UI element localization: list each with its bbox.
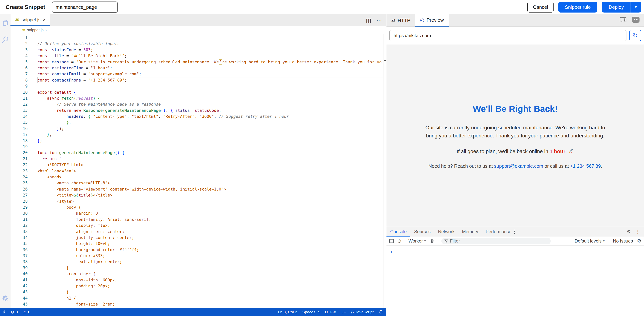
line-number[interactable]: 17 (10, 132, 38, 138)
warnings-indicator[interactable]: ⚠ 0 (23, 310, 30, 314)
code-line[interactable]: 20function generateMaintenancePage() { (10, 150, 386, 156)
snippet-rule-button[interactable]: Snippet rule (558, 2, 597, 13)
line-number[interactable]: 38 (10, 259, 38, 265)
line-number[interactable]: 27 (10, 192, 38, 198)
tab-http[interactable]: ⇄ HTTP (386, 15, 415, 26)
code-line[interactable]: 13 return new Response(generateMaintenan… (10, 108, 386, 114)
line-number[interactable]: 34 (10, 235, 38, 241)
split-editor-icon[interactable]: ◫ (366, 17, 371, 24)
line-number[interactable]: 25 (10, 180, 38, 186)
code-line[interactable]: 1 (10, 35, 386, 41)
code-line[interactable]: 6const estimatedTime = "1 hour"; (10, 65, 386, 71)
devtools-settings-gear-icon[interactable]: ⚙ (626, 229, 631, 235)
line-number[interactable]: 29 (10, 204, 38, 210)
line-number[interactable]: 1 (10, 35, 38, 41)
line-number[interactable]: 45 (10, 301, 38, 307)
line-number[interactable]: 11 (10, 95, 38, 101)
line-number[interactable]: 33 (10, 229, 38, 235)
eol-setting[interactable]: LF (341, 310, 346, 314)
line-number[interactable]: 2 (10, 41, 38, 47)
code-line[interactable]: 28 <style> (10, 198, 386, 204)
line-number[interactable]: 4 (10, 53, 38, 59)
line-number[interactable]: 31 (10, 216, 38, 222)
deploy-dropdown-button[interactable]: ▾ (630, 2, 641, 13)
code-line[interactable]: 21 return ` (10, 156, 386, 162)
code-line[interactable]: 9 (10, 83, 386, 89)
editor-scrollbar[interactable] (383, 34, 386, 308)
close-tab-icon[interactable]: × (43, 18, 46, 23)
context-selector[interactable]: Worker ▾ (408, 238, 426, 244)
line-number[interactable]: 22 (10, 162, 38, 168)
line-number[interactable]: 26 (10, 186, 38, 192)
line-number[interactable]: 39 (10, 265, 38, 271)
clear-console-icon[interactable]: ⊘ (397, 238, 402, 244)
code-line[interactable]: 24 <head> (10, 174, 386, 180)
code-line[interactable]: 5const message = "Our site is currently … (10, 59, 386, 65)
line-number[interactable]: 30 (10, 210, 38, 216)
code-line[interactable]: 29 body { (10, 204, 386, 210)
line-number[interactable]: 35 (10, 241, 38, 247)
code-line[interactable]: 19 (10, 144, 386, 150)
code-line[interactable]: 8const contactPhone = "+1 234 567 89"; (10, 77, 386, 83)
snippet-name-input[interactable] (52, 2, 118, 13)
code-line[interactable]: 27 <title>${title}</title> (10, 192, 386, 198)
code-line[interactable]: 30 margin: 0; (10, 210, 386, 216)
code-line[interactable]: 36 background-color: #f4f4f4; (10, 247, 386, 253)
line-number[interactable]: 8 (10, 77, 38, 83)
code-line[interactable]: 38 text-align: center; (10, 259, 386, 265)
line-number[interactable]: 23 (10, 168, 38, 174)
issues-counter[interactable]: No Issues (613, 238, 633, 244)
discord-icon[interactable] (632, 16, 640, 25)
code-line[interactable]: 23<html lang="en"> (10, 168, 386, 174)
phone-link[interactable]: +1 234 567 89 (570, 163, 601, 169)
line-number[interactable]: 6 (10, 65, 38, 71)
deploy-button[interactable]: Deploy (602, 2, 630, 13)
line-number[interactable]: 7 (10, 71, 38, 77)
code-line[interactable]: 4const title = "We'll Be Right Back!"; (10, 53, 386, 59)
errors-indicator[interactable]: ⊘ 0 (11, 310, 18, 314)
code-line[interactable]: 41 max-width: 600px; (10, 277, 386, 283)
line-number[interactable]: 12 (10, 101, 38, 107)
line-number[interactable]: 44 (10, 295, 38, 301)
cancel-button[interactable]: Cancel (528, 2, 554, 13)
line-number[interactable]: 3 (10, 47, 38, 53)
code-line[interactable]: 22 <!DOCTYPE html> (10, 162, 386, 168)
code-line[interactable]: 42 padding: 20px; (10, 283, 386, 289)
indentation-setting[interactable]: Spaces: 4 (302, 310, 320, 314)
line-number[interactable]: 20 (10, 150, 38, 156)
notifications-bell-icon[interactable] (379, 310, 383, 314)
more-actions-icon[interactable]: ⋯ (376, 17, 382, 24)
url-input[interactable] (390, 30, 626, 41)
log-levels-selector[interactable]: Default levels ▾ (575, 238, 604, 244)
code-line[interactable]: 2// Define your customizable inputs (10, 41, 386, 47)
line-number[interactable]: 16 (10, 126, 38, 132)
tab-preview[interactable]: ◎ Preview (415, 15, 449, 27)
filter-input[interactable] (450, 238, 540, 244)
code-line[interactable]: 32 display: flex; (10, 222, 386, 228)
docs-book-icon[interactable] (619, 17, 627, 24)
code-line[interactable]: 15 }, (10, 120, 386, 125)
tab-performance[interactable]: Performance (482, 227, 520, 236)
line-number[interactable]: 43 (10, 289, 38, 295)
line-number[interactable]: 32 (10, 222, 38, 228)
line-number[interactable]: 5 (10, 59, 38, 65)
line-number[interactable]: 24 (10, 174, 38, 180)
code-line[interactable]: 25 <meta charset="UTF-8"> (10, 180, 386, 186)
line-number[interactable]: 10 (10, 89, 38, 95)
line-number[interactable]: 36 (10, 247, 38, 253)
line-number[interactable]: 19 (10, 144, 38, 150)
cursor-position[interactable]: Ln 8, Col 2 (278, 310, 297, 314)
line-number[interactable]: 18 (10, 138, 38, 144)
console-sidebar-toggle-icon[interactable] (389, 239, 394, 243)
line-number[interactable]: 40 (10, 271, 38, 277)
code-line[interactable]: 18}; (10, 138, 386, 144)
code-line[interactable]: 11 async fetch(request) { (10, 95, 386, 101)
support-email-link[interactable]: support@example.com (494, 163, 543, 169)
code-area[interactable]: 12// Define your customizable inputs3con… (10, 34, 386, 308)
devtools-menu-kebab-icon[interactable]: ⋮ (636, 229, 640, 235)
line-number[interactable]: 28 (10, 198, 38, 204)
line-number[interactable]: 37 (10, 253, 38, 259)
tab-console[interactable]: Console (386, 227, 410, 236)
code-line[interactable]: 10export default { (10, 89, 386, 95)
console-settings-gear-icon[interactable]: ⚙ (637, 238, 642, 244)
